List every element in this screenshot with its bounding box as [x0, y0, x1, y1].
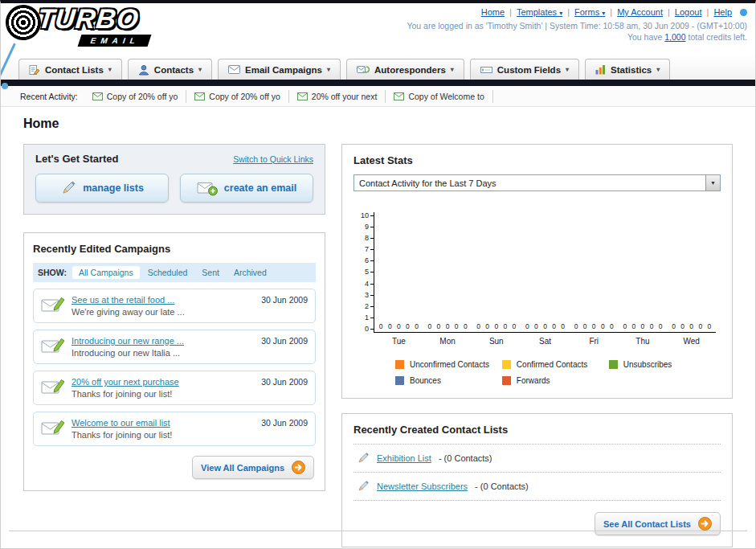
chart-y-tick-label: 7 [365, 246, 374, 253]
contact-list-name-link[interactable]: Newsletter Subscribers [377, 481, 468, 491]
credits-prefix: You have [627, 32, 664, 42]
chart-y-tick-label: 1 [365, 314, 374, 322]
chart-value-group: 0 0 0 0 0 [423, 322, 472, 332]
tab-contact-lists[interactable]: Contact Lists ▾ [18, 59, 122, 80]
stats-period-value: Contact Activity for the Last 7 Days [354, 175, 705, 191]
chart-x-label: Tue [374, 333, 423, 346]
contact-lists-panel-title: Recently Created Contact Lists [353, 424, 721, 436]
recent-activity-text: 20% off your next [312, 92, 378, 101]
recently-edited-campaigns-panel: Recently Edited Campaigns SHOW: All Camp… [23, 232, 325, 491]
top-nav: Home| Templates ▾| Forms ▾| My Account| … [407, 7, 747, 17]
create-email-label: create an email [224, 182, 296, 194]
nav-my-account[interactable]: My Account [612, 7, 668, 17]
recent-activity-item[interactable]: Copy of 20% off yo [186, 90, 289, 103]
campaign-date: 30 Jun 2009 [261, 336, 308, 346]
filter-all-campaigns[interactable]: All Campaigns [72, 266, 140, 279]
campaign-filter-bar: SHOW: All Campaigns Scheduled Sent Archi… [33, 263, 316, 282]
chevron-down-icon: ▾ [198, 66, 202, 73]
envelope-icon [297, 92, 308, 100]
nav-forms[interactable]: Forms ▾ [570, 7, 610, 17]
manage-lists-label: manage lists [83, 182, 144, 194]
recent-activity-item[interactable]: 20% off your next [289, 90, 386, 103]
app-window: TURBO EMAIL Home| Templates ▾| Forms ▾| … [0, 0, 756, 549]
campaign-list-item[interactable]: Introducing our new range ... Introducin… [33, 330, 316, 364]
recent-activity-item[interactable]: Copy of 20% off yo [84, 90, 187, 103]
filter-archived[interactable]: Archived [227, 266, 273, 279]
pencil-icon [357, 452, 370, 465]
chevron-down-icon: ▾ [327, 66, 330, 73]
help-indicator-dot [740, 9, 747, 16]
campaign-list-item[interactable]: 20% off your next purchase Thanks for jo… [33, 371, 316, 405]
view-all-campaigns-button[interactable]: View All Campaigns [192, 456, 314, 479]
contact-list-name-link[interactable]: Exhibition List [377, 453, 431, 463]
see-all-contact-lists-button[interactable]: See All Contact Lists [595, 512, 721, 535]
campaign-title-link[interactable]: See us at the retail food ... [72, 295, 255, 305]
credits-value-link[interactable]: 1,000 [664, 32, 685, 42]
nav-logout[interactable]: Logout [670, 7, 707, 17]
main-nav-tabbar: Contact Lists ▾ Contacts ▾ Email Campaig… [1, 55, 755, 80]
campaign-info: 20% off your next purchase Thanks for jo… [72, 377, 255, 399]
chart-y-tick-label: 6 [365, 257, 374, 264]
chart-y-tick-label: 4 [365, 281, 374, 288]
chart-value-group: 0 0 0 0 0 [472, 322, 521, 332]
arrow-right-circle-icon [698, 517, 712, 531]
campaign-list-item[interactable]: See us at the retail food ... We're givi… [33, 289, 316, 323]
chart-x-labels: TueMonSunSatFriThuWed [374, 333, 716, 346]
campaigns-panel-title: Recently Edited Campaigns [33, 243, 316, 255]
credits-suffix: total credits left. [686, 32, 747, 42]
manage-lists-button[interactable]: manage lists [35, 174, 169, 203]
page-title: Home [23, 117, 733, 131]
legend-swatch [395, 376, 404, 385]
campaign-date: 30 Jun 2009 [261, 418, 308, 428]
switch-quick-links-link[interactable]: Switch to Quick Links [233, 154, 313, 164]
contact-list-item[interactable]: Newsletter Subscribers - (0 Contacts) [353, 473, 721, 501]
campaign-title-link[interactable]: Welcome to our email list [72, 418, 255, 428]
chevron-down-icon: ▾ [656, 66, 660, 73]
contact-list-item[interactable]: Exhibition List - (0 Contacts) [353, 445, 721, 473]
contact-list-count: - (0 Contacts) [475, 481, 529, 491]
filter-scheduled[interactable]: Scheduled [141, 266, 194, 279]
recent-activity-label: Recent Activity: [20, 92, 78, 101]
main-content: Home Let's Get Started Switch to Quick L… [1, 107, 755, 547]
right-column: Latest Stats Contact Activity for the La… [341, 144, 733, 547]
chart-x-label: Mon [423, 333, 472, 346]
person-icon [138, 64, 149, 76]
recent-activity-item[interactable]: Copy of Welcome to [386, 90, 492, 103]
tab-autoresponders[interactable]: Autoresponders ▾ [346, 59, 464, 80]
chart-value-group: 0 0 0 0 0 [521, 322, 570, 332]
campaign-title-link[interactable]: Introducing our new range ... [72, 336, 255, 346]
recently-created-contact-lists-panel: Recently Created Contact Lists Exhibitio… [341, 413, 733, 547]
chevron-down-icon: ▾ [108, 66, 112, 73]
legend-label: Forwards [517, 376, 550, 385]
chart-x-label: Wed [667, 333, 716, 346]
show-label: SHOW: [38, 268, 67, 277]
campaign-list-item[interactable]: Welcome to our email list Thanks for joi… [33, 412, 316, 446]
chart-plot: 0 0 0 0 00 0 0 0 00 0 0 0 00 0 0 0 00 0 … [374, 212, 716, 333]
recent-activity-text: Copy of Welcome to [408, 92, 484, 101]
chart-y-tick-label: 10 [361, 212, 374, 219]
stats-period-select[interactable]: Contact Activity for the Last 7 Days ▼ [353, 174, 721, 191]
envelope-icon [394, 92, 404, 100]
app-logo[interactable]: TURBO EMAIL [6, 5, 149, 47]
tab-contacts[interactable]: Contacts ▾ [128, 59, 212, 80]
create-email-button[interactable]: create an email [180, 174, 313, 203]
pencil-icon [357, 480, 370, 493]
filter-sent[interactable]: Sent [195, 266, 226, 279]
latest-stats-title: Latest Stats [353, 154, 721, 166]
envelope-plus-icon [197, 180, 218, 196]
envelope-refresh-icon [357, 65, 370, 75]
tab-statistics[interactable]: Statistics ▾ [585, 59, 670, 80]
campaign-title-link[interactable]: 20% off your next purchase [72, 377, 255, 387]
tab-label: Contact Lists [45, 65, 104, 75]
campaign-info: Welcome to our email list Thanks for joi… [72, 418, 255, 440]
nav-templates[interactable]: Templates ▾ [512, 7, 567, 17]
pencil-page-icon [29, 64, 40, 76]
logo-title: TURBO [36, 5, 151, 32]
tab-custom-fields[interactable]: Custom Fields ▾ [470, 59, 579, 80]
latest-stats-panel: Latest Stats Contact Activity for the La… [341, 144, 733, 399]
legend-item: Unconfirmed Contacts [395, 360, 502, 369]
nav-help[interactable]: Help [709, 7, 737, 17]
footer-divider [9, 531, 747, 531]
tab-email-campaigns[interactable]: Email Campaigns ▾ [218, 59, 341, 80]
nav-home[interactable]: Home [476, 7, 509, 17]
